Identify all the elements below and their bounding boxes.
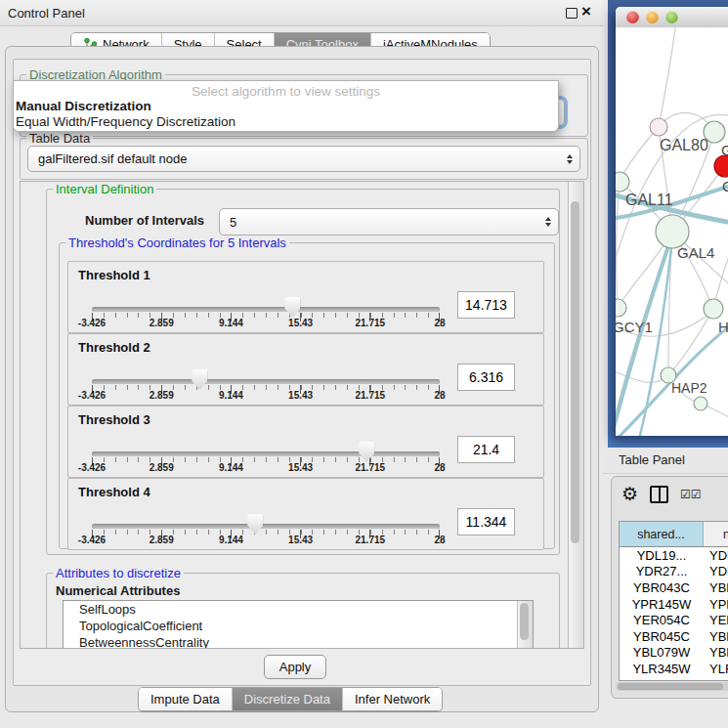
number-of-intervals-value: 5: [220, 215, 236, 230]
numerical-attributes-list: SelfLoops TopologicalCoefficient Between…: [63, 600, 534, 649]
network-graph: GAL80 G C GAL11 GAL4 GCY1 H HAP2: [616, 27, 728, 436]
node-label: HAP2: [671, 380, 707, 396]
threshold-1-panel: Threshold 1 -3.426 2.859 9.144 15.43 21.…: [67, 261, 544, 333]
thresholds-group: Threshold's Coordinates for 5 Intervals …: [59, 242, 555, 549]
tab-impute-data[interactable]: Impute Data: [139, 688, 233, 710]
node-label: GAL11: [625, 192, 673, 208]
slider-scale-labels: -3.426 2.859 9.144 15.43 21.715 28: [92, 318, 440, 329]
number-of-intervals-combobox[interactable]: 5: [219, 208, 559, 236]
node-gal4[interactable]: [656, 215, 689, 248]
node-table: shared... n YDL19...YDL19... YDR27...YDR…: [619, 521, 728, 681]
slider-scale-labels: -3.426 2.859 9.144 15.43 21.715 28: [92, 535, 440, 546]
table-data-combobox[interactable]: galFiltered.sif default node: [27, 146, 580, 172]
threshold-4-label: Threshold 4: [78, 485, 150, 499]
tab-discretize-data[interactable]: Discretize Data: [233, 688, 343, 710]
node-label: C: [722, 178, 728, 194]
table-panel: ⚙ ☑☑ shared... n YDL19...YDL19... YDR27.…: [611, 476, 728, 699]
close-icon[interactable]: ×: [581, 2, 591, 21]
threshold-3-label: Threshold 3: [78, 412, 150, 427]
node-right-h[interactable]: [704, 299, 723, 319]
node-gcy1[interactable]: [616, 299, 626, 317]
column-header-name[interactable]: n: [704, 522, 728, 546]
control-panel-titlebar: Control Panel: [0, 0, 603, 26]
threshold-4-panel: Threshold 4 -3.426 2.859 9.144 15.43 21.…: [67, 478, 544, 550]
slider-track[interactable]: [92, 451, 440, 456]
threshold-2-label: Threshold 2: [78, 340, 150, 355]
scrollbar-thumb[interactable]: [520, 603, 529, 640]
slider-track[interactable]: [92, 379, 440, 384]
threshold-3-panel: Threshold 3 -3.426 2.859 9.144 15.43 21.…: [67, 406, 544, 478]
thresholds-group-title: Threshold's Coordinates for 5 Intervals: [65, 236, 289, 250]
threshold-2-panel: Threshold 2 -3.426 2.859 9.144 15.43 21.…: [67, 333, 544, 406]
node-gal80[interactable]: [650, 118, 667, 136]
numerical-attributes-label: Numerical Attributes: [56, 583, 180, 598]
slider-scale-labels: -3.426 2.859 9.144 15.43 21.715 28: [92, 390, 440, 402]
node-label: G: [721, 142, 728, 158]
node-bottom[interactable]: [694, 397, 707, 410]
algorithm-dropdown-list: Select algorithm to view settings Manual…: [13, 80, 559, 132]
table-panel-header: Table Panel: [603, 448, 728, 474]
list-item[interactable]: BetweennessCentrality: [64, 634, 533, 649]
table-toolbar: ⚙ ☑☑: [621, 485, 702, 503]
attributes-group-title: Attributes to discretize: [53, 566, 184, 580]
horizontal-scrollbar[interactable]: [616, 682, 728, 691]
table-row[interactable]: YLR345WYLR345W: [620, 661, 728, 677]
table-data-group-title: Table Data: [26, 131, 93, 146]
bottom-tab-bar: Impute Data Discretize Data Infer Networ…: [138, 687, 443, 711]
network-canvas[interactable]: GAL80 G C GAL11 GAL4 GCY1 H HAP2: [616, 27, 728, 436]
interval-definition-title: Interval Definition: [53, 182, 156, 196]
tab-infer-network[interactable]: Infer Network: [343, 688, 442, 710]
select-columns-icon[interactable]: ☑☑: [680, 488, 702, 501]
settings-scroll-pane: Interval Definition Number of Intervals …: [20, 181, 584, 649]
slider-track[interactable]: [92, 524, 440, 529]
threshold-4-value-field[interactable]: 11.344: [457, 508, 515, 535]
column-header-shared-name[interactable]: shared...: [620, 522, 704, 546]
table-row[interactable]: YIL052CYIL052C: [620, 677, 728, 681]
network-window-titlebar[interactable]: [616, 7, 728, 28]
table-header-row: shared... n: [620, 522, 728, 547]
network-window[interactable]: GAL80 G C GAL11 GAL4 GCY1 H HAP2: [616, 7, 728, 436]
table-data-value: galFiltered.sif default node: [28, 151, 187, 166]
vertical-scrollbar[interactable]: [568, 182, 583, 648]
table-row[interactable]: YER054CYER054C: [620, 612, 728, 628]
dropdown-option-manual[interactable]: Manual Discretization: [16, 99, 151, 113]
gear-icon[interactable]: ⚙: [621, 485, 638, 503]
table-panel-title: Table Panel: [619, 452, 685, 467]
list-item[interactable]: SelfLoops: [64, 601, 533, 618]
screen: { "window": { "title": "Control Panel" }…: [0, 0, 728, 728]
node-selected-red[interactable]: [714, 155, 728, 177]
zoom-traffic-light[interactable]: [665, 11, 678, 23]
number-of-intervals-label: Number of Intervals: [85, 213, 204, 228]
slider-scale-labels: -3.426 2.859 9.144 15.43 21.715 28: [92, 462, 440, 474]
close-traffic-light[interactable]: [626, 11, 639, 23]
attributes-group: Attributes to discretize Numerical Attri…: [46, 573, 560, 649]
table-row[interactable]: YPR145WYPR145W: [620, 596, 728, 613]
minimize-traffic-light[interactable]: [646, 11, 659, 23]
dropdown-option-equal-width[interactable]: Equal Width/Frequency Discretization: [16, 114, 236, 129]
table-row[interactable]: YBL079WYBL079W: [620, 645, 728, 662]
scrollbar-thumb[interactable]: [571, 201, 579, 543]
node-gal11[interactable]: [616, 172, 629, 192]
node-label: H: [718, 319, 728, 335]
combo-arrows-icon: [545, 217, 551, 227]
apply-button[interactable]: Apply: [264, 655, 326, 679]
control-panel-title: Control Panel: [8, 6, 85, 21]
scrollbar-thumb[interactable]: [618, 683, 723, 690]
threshold-1-label: Threshold 1: [78, 268, 150, 282]
list-scrollbar[interactable]: [517, 601, 533, 649]
float-window-icon[interactable]: [566, 8, 578, 19]
node-label: GAL4: [677, 244, 714, 261]
table-row[interactable]: YDL19...YDL19...: [620, 547, 728, 564]
threshold-2-value-field[interactable]: 6.316: [457, 364, 515, 391]
slider-track[interactable]: [92, 307, 440, 312]
node-label: GAL80: [660, 137, 708, 153]
list-item[interactable]: TopologicalCoefficient: [64, 618, 533, 634]
column-layout-icon[interactable]: [650, 486, 668, 503]
table-row[interactable]: YBR045CYBR045C: [620, 628, 728, 645]
threshold-3-value-field[interactable]: 21.4: [457, 436, 515, 463]
table-row[interactable]: YDR27...YDR27...: [620, 564, 728, 580]
threshold-1-value-field[interactable]: 14.713: [457, 291, 515, 319]
table-row[interactable]: YBR043CYBR043C: [620, 579, 728, 596]
interval-definition-group: Interval Definition Number of Intervals …: [46, 189, 560, 555]
dropdown-hint: Select algorithm to view settings: [14, 84, 558, 99]
